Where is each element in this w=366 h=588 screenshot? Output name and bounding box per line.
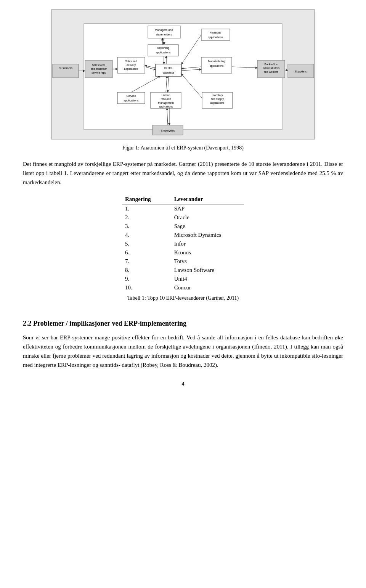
rank-cell: 9. (122, 275, 171, 283)
svg-text:Back-office: Back-office (265, 63, 278, 66)
svg-text:management: management (158, 101, 174, 104)
rank-cell: 3. (122, 222, 171, 231)
vendor-cell: Totvs (171, 257, 244, 266)
erp-diagram-svg: Customers Sales force and customer servi… (50, 8, 316, 141)
table-row: 4.Microsoft Dynamics (122, 231, 244, 239)
svg-text:applications: applications (210, 101, 225, 104)
table-header-vendor: Leverandør (171, 194, 244, 204)
rank-cell: 7. (122, 257, 171, 266)
rank-cell: 5. (122, 239, 171, 248)
svg-text:applications: applications (156, 51, 171, 54)
paragraph-2: Som vi ser har ERP-systemer mange positi… (23, 333, 343, 370)
svg-text:Managers and: Managers and (155, 28, 173, 32)
svg-text:Suppliers: Suppliers (295, 70, 307, 73)
svg-text:Sales force: Sales force (92, 64, 105, 66)
svg-text:Reporting: Reporting (157, 46, 170, 50)
svg-text:Employees: Employees (161, 129, 175, 132)
svg-text:applications: applications (210, 64, 224, 67)
section-heading: 2.2 Problemer / implikasjoner ved ERP-im… (23, 320, 343, 328)
svg-text:delivery: delivery (127, 64, 136, 67)
svg-text:stakeholders: stakeholders (156, 33, 172, 36)
rank-cell: 10. (122, 283, 171, 292)
table-row: 9.Unit4 (122, 275, 244, 283)
svg-text:Inventory: Inventory (212, 94, 223, 97)
table-row: 3.Sage (122, 222, 244, 231)
table-row: 10.Concur (122, 283, 244, 292)
svg-text:Human: Human (162, 94, 170, 96)
svg-text:service reps: service reps (92, 71, 106, 74)
table-row: 2.Oracle (122, 213, 244, 222)
erp-diagram-container: Customers Sales force and customer servi… (23, 8, 343, 141)
vendor-cell: Oracle (171, 213, 244, 222)
svg-text:Customers: Customers (59, 66, 73, 70)
svg-text:administrators: administrators (263, 67, 279, 69)
paragraph-1: Det finnes et mangfold av forskjellige E… (23, 159, 343, 187)
rank-cell: 8. (122, 266, 171, 275)
svg-rect-29 (156, 64, 181, 76)
table-row: 8.Lawson Software (122, 266, 244, 275)
vendor-cell: SAP (171, 204, 244, 214)
table-row: 5.Infor (122, 239, 244, 248)
table-header-rank: Rangering (122, 194, 171, 204)
svg-text:Financial: Financial (210, 31, 221, 34)
vendor-cell: Unit4 (171, 275, 244, 283)
svg-text:applications: applications (124, 99, 139, 102)
page-number: 4 (23, 381, 343, 387)
svg-text:and supply: and supply (211, 98, 224, 101)
svg-rect-1 (84, 24, 282, 130)
svg-text:Sales and: Sales and (125, 60, 137, 63)
table-caption: Tabell 1: Topp 10 ERP-leverandører (Gart… (122, 295, 244, 301)
rank-cell: 6. (122, 248, 171, 257)
vendor-cell: Lawson Software (171, 266, 244, 275)
svg-text:Central: Central (164, 66, 173, 70)
vendor-cell: Kronos (171, 248, 244, 257)
vendor-cell: Infor (171, 239, 244, 248)
ranking-table: Rangering Leverandør 1.SAP2.Oracle3.Sage… (122, 194, 244, 292)
rank-cell: 4. (122, 231, 171, 239)
svg-text:applications: applications (208, 35, 223, 39)
svg-rect-16 (148, 26, 180, 38)
table-section: Rangering Leverandør 1.SAP2.Oracle3.Sage… (23, 194, 343, 310)
vendor-cell: Sage (171, 222, 244, 231)
table-row: 1.SAP (122, 204, 244, 214)
svg-text:applications: applications (124, 67, 138, 71)
rank-cell: 2. (122, 213, 171, 222)
svg-text:database: database (163, 71, 175, 74)
vendor-cell: Concur (171, 283, 244, 292)
vendor-cell: Microsoft Dynamics (171, 231, 244, 239)
figure-caption: Figur 1: Anatomien til et ERP-system (Da… (23, 145, 343, 151)
svg-text:resource: resource (161, 98, 171, 100)
svg-text:Manufacturing: Manufacturing (208, 60, 225, 63)
svg-text:applications: applications (159, 105, 173, 108)
table-row: 6.Kronos (122, 248, 244, 257)
table-row: 7.Totvs (122, 257, 244, 266)
rank-cell: 1. (122, 204, 171, 214)
svg-text:Service: Service (126, 94, 136, 98)
svg-text:and workers: and workers (264, 71, 279, 73)
svg-text:and customer: and customer (91, 67, 107, 70)
